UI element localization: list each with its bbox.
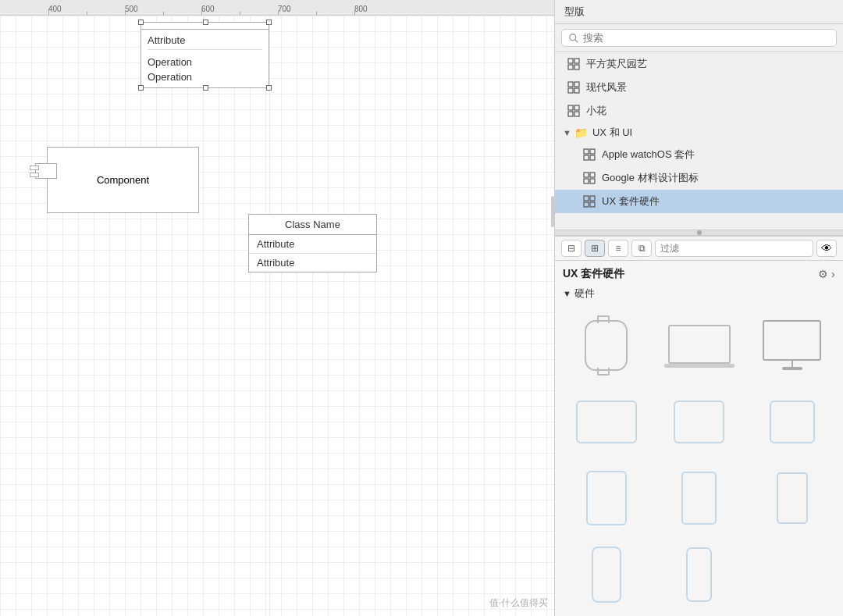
ruler-mark-400: 400 (48, 5, 62, 13)
handle-tl[interactable] (138, 20, 144, 25)
chevron-hardware: ▼ (563, 289, 571, 298)
ruler-mark-500: 500 (125, 5, 138, 13)
bottom-title-row: UX 套件硬件 ⚙ › (555, 261, 843, 285)
device-tablet-v1 (586, 471, 627, 525)
grid-icon-2 (567, 81, 580, 94)
device-tablet-v1-item[interactable] (563, 463, 649, 533)
device-tablet-h3-item[interactable] (749, 386, 835, 457)
lib-label-xiandai: 现代风景 (586, 80, 627, 94)
svg-rect-7 (574, 82, 579, 87)
library-list: 平方英尺园艺 现代风景 小花 ▼ 📁 UX 和 UI (555, 52, 843, 230)
list-view-btn[interactable]: ≡ (608, 240, 628, 257)
lib-label-apple-watch: Apple watchOS 套件 (602, 148, 695, 162)
svg-rect-2 (568, 59, 573, 63)
device-placeholder (749, 539, 835, 610)
svg-rect-19 (590, 173, 595, 177)
svg-rect-21 (590, 179, 595, 183)
svg-rect-25 (590, 202, 595, 207)
component-box[interactable]: Component (47, 147, 199, 213)
svg-rect-17 (590, 155, 595, 160)
eye-button[interactable]: 👁 (816, 240, 837, 257)
scroll-indicator[interactable] (551, 196, 554, 227)
uml-class-main[interactable]: Class Name Attribute Attribute (248, 214, 377, 272)
section-ux-ui[interactable]: ▼ 📁 UX 和 UI (555, 123, 843, 143)
svg-rect-6 (568, 82, 573, 87)
ruler-mark-600: 600 (201, 5, 215, 13)
svg-rect-16 (584, 155, 589, 160)
device-tablet-v3 (777, 472, 808, 524)
scrollbar-divider (555, 230, 843, 236)
svg-rect-9 (574, 88, 579, 93)
section-label-ux: UX 和 UI (592, 126, 632, 140)
library-item-google-material[interactable]: Google 材料设计图标 (555, 166, 843, 190)
device-watch-item[interactable] (563, 310, 649, 380)
library-item-ux-hardware[interactable]: UX 套件硬件 (555, 190, 843, 213)
device-monitor-item[interactable] (749, 310, 835, 380)
svg-rect-14 (584, 149, 589, 154)
bottom-title: UX 套件硬件 (563, 267, 624, 281)
svg-rect-15 (590, 149, 595, 154)
device-laptop (668, 325, 731, 365)
svg-rect-24 (584, 202, 589, 207)
svg-rect-22 (584, 196, 589, 201)
component-label: Component (97, 174, 149, 186)
library-item-xiandai[interactable]: 现代风景 (555, 76, 843, 99)
lib-label-google-material: Google 材料设计图标 (602, 171, 699, 185)
device-tablet-h1-item[interactable] (563, 386, 649, 457)
copy-view-btn[interactable]: ⧉ (631, 240, 652, 257)
svg-rect-23 (590, 196, 595, 201)
filter-input[interactable] (655, 240, 813, 257)
ruler-mark-800: 800 (354, 5, 368, 13)
search-input-wrap[interactable] (561, 29, 837, 47)
grid-view-btn[interactable]: ⊞ (585, 240, 605, 257)
svg-rect-12 (568, 112, 573, 116)
uml-top-op1: Operation (148, 55, 262, 69)
hardware-label[interactable]: ▼ 硬件 (563, 287, 835, 301)
svg-point-0 (570, 34, 576, 40)
library-item-pingfang[interactable]: 平方英尺园艺 (555, 52, 843, 76)
svg-line-1 (575, 39, 578, 42)
folder-icon: 📁 (574, 126, 588, 139)
grid-icon (567, 58, 580, 70)
handle-bm[interactable] (203, 85, 208, 91)
library-item-apple-watch[interactable]: Apple watchOS 套件 (555, 143, 843, 166)
svg-rect-13 (574, 112, 579, 116)
device-tablet-h3 (770, 401, 815, 443)
device-phone2 (686, 547, 712, 602)
device-tablet-h2-item[interactable] (656, 386, 742, 457)
uml-class-top[interactable]: Attribute Operation Operation (140, 22, 269, 88)
grid-icon-5 (583, 172, 596, 184)
gear-button[interactable]: ⚙ › (818, 265, 835, 283)
device-laptop-item[interactable] (656, 310, 742, 380)
chevron-down-icon: ▼ (563, 128, 571, 137)
handle-tm[interactable] (203, 20, 208, 25)
canvas-area[interactable]: 400 500 600 700 800 Attribute Operation … (0, 0, 554, 616)
lib-label-xiaohua: 小花 (586, 104, 606, 118)
device-tablet-v2 (681, 472, 717, 525)
panel-view-btn[interactable]: ⊟ (561, 240, 582, 257)
device-tablet-v2-item[interactable] (656, 463, 742, 533)
vertical-guide (269, 16, 270, 616)
handle-bl[interactable] (138, 85, 144, 91)
bottom-panel: ⊟ ⊞ ≡ ⧉ 👁 UX 套件硬件 ⚙ › ▼ 硬件 (555, 236, 843, 616)
component-icon (35, 163, 57, 179)
ruler: 400 500 600 700 800 (0, 0, 554, 16)
svg-rect-10 (568, 105, 573, 110)
hardware-section: ▼ 硬件 (555, 285, 843, 307)
device-phone1-item[interactable] (563, 539, 649, 610)
device-tablet-v3-item[interactable] (749, 463, 835, 533)
uml-main-header: Class Name (249, 215, 376, 235)
library-item-xiaohua[interactable]: 小花 (555, 99, 843, 123)
canvas-content[interactable]: Attribute Operation Operation Co (0, 16, 554, 616)
watermark: 值·什么值得买 (489, 596, 548, 610)
device-watch (585, 320, 628, 371)
grid-icon-4 (583, 148, 596, 161)
bottom-toolbar: ⊟ ⊞ ≡ ⧉ 👁 (555, 237, 843, 261)
device-grid-row2 (555, 383, 843, 460)
device-phone2-item[interactable] (656, 539, 742, 610)
grid-icon-3 (567, 105, 580, 117)
svg-rect-11 (574, 105, 579, 110)
uml-top-attr1: Attribute (148, 33, 262, 48)
device-grid-row3 (555, 460, 843, 536)
search-input[interactable] (583, 32, 830, 44)
